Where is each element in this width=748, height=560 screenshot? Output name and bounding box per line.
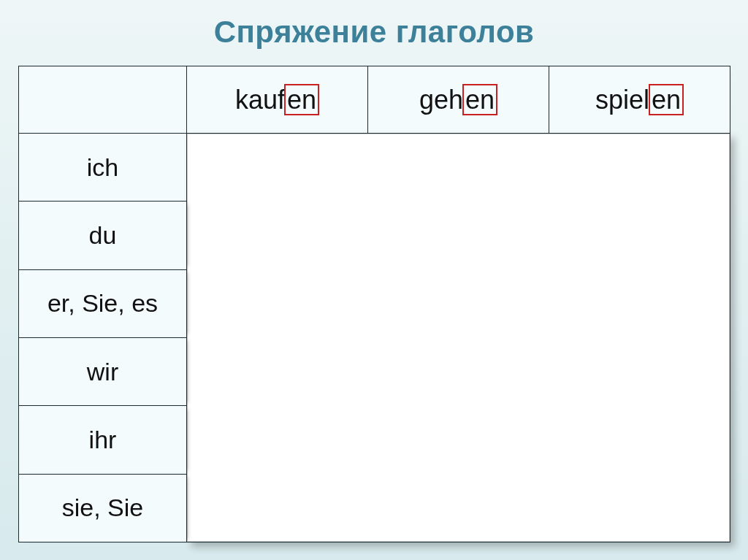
pronoun-cell-er-sie-es: er, Sie, es — [19, 269, 187, 337]
pronoun-cell-ihr: ihr — [19, 406, 187, 474]
verb-ending-box: en — [649, 84, 684, 116]
header-empty-corner — [19, 66, 187, 134]
page-title: Спряжение глаголов — [0, 0, 748, 55]
table-row: ich — [19, 134, 730, 202]
slide: Спряжение глаголов kaufen gehen — [0, 0, 748, 560]
pronoun-cell-wir: wir — [19, 337, 187, 405]
pronoun-cell-sie-Sie: sie, Sie — [19, 474, 187, 542]
verb-header-kaufen: kaufen — [187, 66, 368, 134]
verb-header-spielen: spielen — [549, 66, 730, 134]
table-header-row: kaufen gehen spielen — [19, 66, 730, 134]
conjugation-body-area — [187, 134, 730, 542]
verb-stem: geh — [419, 85, 463, 115]
verb-stem: spiel — [595, 85, 649, 115]
conjugation-table: kaufen gehen spielen ich du — [18, 66, 730, 542]
verb-header-gehen: gehen — [368, 66, 549, 134]
pronoun-cell-ich: ich — [19, 134, 187, 202]
verb-ending-box: en — [462, 84, 497, 116]
verb-ending-box: en — [284, 84, 319, 116]
conjugation-table-wrap: kaufen gehen spielen ich du — [18, 66, 730, 542]
pronoun-cell-du: du — [19, 202, 187, 269]
verb-stem: kauf — [235, 85, 285, 115]
